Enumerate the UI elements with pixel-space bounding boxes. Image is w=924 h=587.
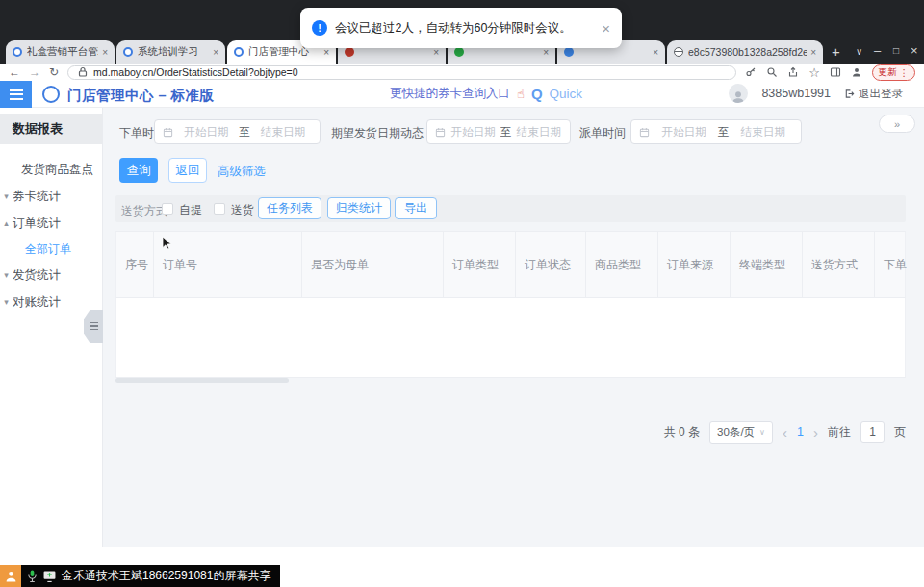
url-text: md.maboy.cn/OrderStatisticsDetail?objtyp… [93,67,298,78]
browser-tab-1[interactable]: 礼盒营销平台管理中心 × [6,40,115,64]
banner-message: 会议已超过2人，自动转为60分钟限时会议。 [335,20,572,37]
tab-close-icon[interactable]: × [213,47,218,58]
sidebar-item-all-orders-active[interactable]: 全部订单 [0,237,102,262]
sidebar-item-reconciliation-stats[interactable]: ▾ 对账统计 [0,289,102,316]
microphone-icon [27,570,38,582]
password-key-icon[interactable] [745,66,757,79]
self-pickup-checkbox[interactable] [162,203,173,215]
next-page-icon[interactable]: › [813,425,818,440]
expand-filters-button[interactable]: » [879,115,915,133]
col-product-type: 商品类型 [586,232,658,297]
sidebar-item-label: 发货统计 [13,268,61,284]
delivery-checkbox[interactable] [214,203,225,215]
start-date-placeholder[interactable]: 开始日期 [177,125,235,140]
meeting-notification-banner: ! 会议已超过2人，自动转为60分钟限时会议。 × [300,8,622,48]
sidebar-section-title: 数据报表 [0,114,102,144]
share-icon[interactable] [787,66,800,79]
quick-label[interactable]: Quick [550,87,583,101]
horizontal-scrollbar-thumb[interactable] [116,378,289,383]
window-minimize-button[interactable]: – [874,43,881,58]
zoom-icon[interactable] [766,66,779,79]
end-date-placeholder[interactable]: 结束日期 [732,125,793,140]
to-label: 至 [239,125,250,140]
tab-close-icon[interactable]: × [810,47,816,58]
browser-tab-2[interactable]: 系统培训学习 × [116,40,225,64]
advanced-filter-link[interactable]: 高级筛选 [218,164,266,180]
back-button[interactable]: 返回 [168,158,207,183]
calendar-icon [435,127,446,138]
screen: 礼盒营销平台管理中心 × 系统培训学习 × 门店管理中心 × × × × [0,0,924,587]
total-count-label: 共 0 条 [664,424,700,441]
chrome-update-button[interactable]: 更新 ⋮ [872,64,916,81]
order-time-range-input[interactable]: 开始日期 至 结束日期 [154,119,321,144]
calendar-icon [639,127,650,138]
tab-search-chevron-icon[interactable]: ∨ [856,46,862,57]
tab-label: e8c573980b1328a258fd2e6... [688,46,807,58]
menu-dots-icon[interactable]: ⋮ [900,67,910,78]
expected-ship-date-range-input[interactable]: 开始日期 至 结束日期 [426,119,571,144]
forward-icon[interactable]: → [29,66,40,78]
info-icon: ! [312,20,327,36]
sidebar-item-label: 全部订单 [25,242,71,258]
profile-icon[interactable] [851,66,863,79]
classified-stats-button[interactable]: 归类统计 [327,197,391,219]
start-date-placeholder[interactable]: 开始日期 [654,125,714,140]
window-close-button[interactable]: × [911,43,918,58]
prev-page-icon[interactable]: ‹ [783,425,787,440]
tab-close-icon[interactable]: × [323,47,329,58]
browser-toolbar: ← → ↻ md.maboy.cn/OrderStatisticsDetail?… [0,64,924,81]
caret-down-icon: ▾ [0,191,13,201]
sidebar-item-shipping-inventory[interactable]: 发货商品盘点 [0,156,102,183]
tab-label: 系统培训学习 [138,45,209,59]
self-pickup-label[interactable]: 自提 [179,202,202,218]
sidebar-item-coupon-stats[interactable]: ▾ 券卡统计 [0,183,102,210]
logout-button[interactable]: 退出登录 [844,87,903,101]
caret-up-icon: ▴ [0,218,13,228]
export-button[interactable]: 导出 [395,197,437,219]
tab-close-icon[interactable]: × [433,47,439,58]
delivery-method-label: 送货方式 [121,203,167,219]
search-button[interactable]: 查询 [119,158,158,183]
tab-close-icon[interactable]: × [543,47,549,58]
reload-icon[interactable]: ↻ [49,66,59,78]
delivery-label[interactable]: 送货 [231,202,254,218]
end-date-placeholder[interactable]: 结束日期 [515,125,562,140]
hamburger-menu-button[interactable] [0,81,32,108]
sidebar-item-shipping-stats[interactable]: ▾ 发货统计 [0,262,102,289]
banner-close-icon[interactable]: × [602,20,610,37]
col-terminal-type: 终端类型 [731,232,803,297]
page-size-select[interactable]: 30条/页 ∨ [709,421,773,444]
bookmark-star-icon[interactable]: ☆ [808,66,821,79]
sidebar-item-label: 发货商品盘点 [21,162,93,178]
address-bar[interactable]: md.maboy.cn/OrderStatisticsDetail?objtyp… [67,65,735,80]
sidebar-item-label: 对账统计 [13,294,61,311]
tab-favicon [564,47,574,57]
side-panel-icon[interactable] [830,66,842,79]
back-icon[interactable]: ← [9,66,20,78]
coupon-query-link[interactable]: 更快捷的券卡查询入口 [390,86,510,102]
end-date-placeholder[interactable]: 结束日期 [254,125,312,140]
tab-favicon [345,47,354,57]
col-is-parent: 是否为母单 [302,232,444,297]
dispatch-time-range-input[interactable]: 开始日期 至 结束日期 [630,119,802,144]
task-list-button[interactable]: 任务列表 [258,197,321,219]
share-bar-text: 金禾通技术王斌18662591081的屏幕共享 [62,568,270,584]
sidebar-item-order-stats[interactable]: ▴ 订单统计 [0,210,102,237]
logout-icon [844,89,855,99]
col-seq: 序号 [116,232,154,297]
user-avatar [729,84,748,103]
tab-close-icon[interactable]: × [102,47,108,58]
new-tab-button[interactable]: + [832,43,840,60]
goto-page-input[interactable] [860,421,885,443]
browser-tab-7[interactable]: e8c573980b1328a258fd2e6... × [667,40,823,64]
sidebar-item-label: 订单统计 [13,216,61,232]
sharer-avatar-icon [0,565,21,587]
current-page-number[interactable]: 1 [797,425,804,439]
goto-label: 前往 [828,424,851,441]
quick-search-icon[interactable]: Q [531,86,543,102]
main-content: 下单时间 开始日期 至 结束日期 期望发货日期动态 开始日期 至 结束日期 派单… [103,108,924,547]
window-maximize-button[interactable]: □ [893,45,899,56]
tab-close-icon[interactable]: × [653,47,658,58]
sidebar-collapse-handle[interactable] [84,310,103,343]
start-date-placeholder[interactable]: 开始日期 [449,125,497,140]
